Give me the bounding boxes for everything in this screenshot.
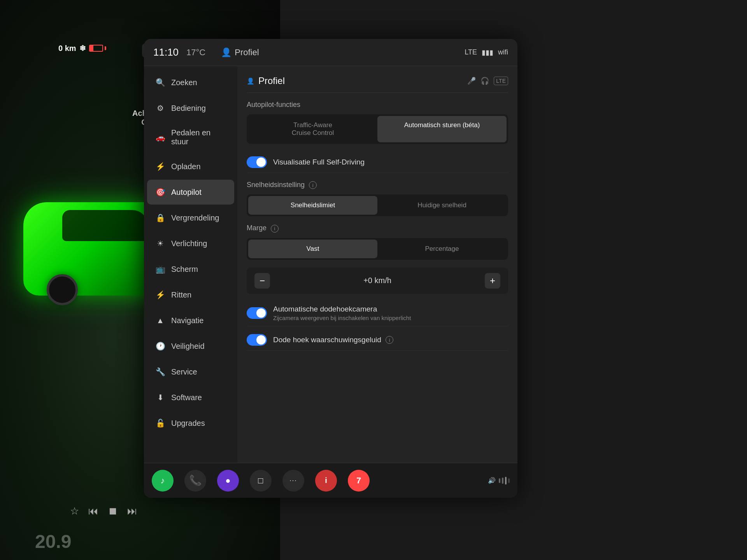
spotify-button[interactable]: ♪: [152, 470, 174, 492]
sidebar-label-upgrades: Upgrades: [171, 419, 205, 428]
taskbar: ♪ 📞 ● □ ··· i 7 🔊: [144, 463, 517, 498]
phone-button[interactable]: 📞: [184, 470, 206, 492]
dodehoekcamera-row: Automatische dodehoekcamera Zijcamera we…: [247, 300, 508, 326]
marge-label: Marge i: [247, 224, 508, 232]
sidebar-item-pedalen[interactable]: 🚗 Pedalen en stuur: [147, 121, 234, 153]
dodehoek-geluid-toggle[interactable]: [247, 334, 267, 346]
info-button[interactable]: i: [315, 470, 337, 492]
bottom-number: 20.9: [35, 531, 71, 552]
sidebar-label-vergrendeling: Vergrendeling: [171, 214, 219, 222]
autopilot-mode-selector: Traffic-AwareCruise Control Automatisch …: [247, 114, 508, 144]
sidebar-item-scherm[interactable]: 📺 Scherm: [147, 257, 234, 282]
marge-decrease-btn[interactable]: −: [254, 273, 270, 289]
sidebar-item-upgrades[interactable]: 🔓 Upgrades: [147, 411, 234, 436]
snelheid-info-icon[interactable]: i: [309, 181, 317, 189]
upgrades-icon: 🔓: [155, 418, 166, 429]
marge-value-control: − +0 km/h +: [247, 268, 508, 294]
navigation-icon: ▲: [155, 315, 166, 326]
volume-icon[interactable]: 🔊: [488, 477, 496, 484]
sidebar-item-ritten[interactable]: ⚡ Ritten: [147, 282, 234, 307]
speed-value: 0 km: [58, 44, 76, 53]
dodehoek-info-icon[interactable]: i: [386, 336, 393, 344]
huidige-snelheid-btn[interactable]: Huidige snelheid: [377, 196, 507, 215]
snelheid-selector: Snelheidslimiet Huidige snelheid: [247, 194, 508, 216]
car-window: [62, 210, 148, 241]
media-controls: ☆ ⏮ ⏹ ⏭: [70, 505, 137, 517]
temperature-display: 17°C: [186, 47, 205, 58]
frost-icon: ❄: [79, 44, 86, 53]
autopilot-icon: 🎯: [155, 187, 166, 198]
controls-icon: ⚙: [155, 103, 166, 114]
dodehoekcamera-sublabel: Zijcamera weergeven bij inschakelen van …: [273, 315, 411, 321]
trips-icon: ⚡: [155, 289, 166, 300]
voice-button[interactable]: ●: [217, 470, 239, 492]
wifi-icon: wifi: [498, 48, 508, 56]
favorite-button[interactable]: ☆: [70, 505, 79, 517]
car-wheel-left: [47, 274, 78, 305]
top-bar-right: LTE ▮▮▮ wifi: [465, 48, 508, 57]
panel-title-icon: 👤: [247, 77, 254, 85]
marge-value: +0 km/h: [276, 276, 479, 285]
sidebar-label-service: Service: [171, 368, 197, 376]
sidebar-label-pedalen: Pedalen en stuur: [171, 128, 226, 146]
time-display: 11:10: [153, 46, 179, 58]
sidebar-item-zoeken[interactable]: 🔍 Zoeken: [147, 70, 234, 95]
sidebar-item-bediening[interactable]: ⚙ Bediening: [147, 96, 234, 121]
sidebar-label-software: Software: [171, 393, 202, 402]
sidebar-item-navigatie[interactable]: ▲ Navigatie: [147, 308, 234, 333]
sidebar-label-verlichting: Verlichting: [171, 239, 207, 248]
right-panel: 👤 Profiel 🎤 🎧 LTE Autopilot-functies Tra…: [237, 66, 517, 463]
stop-button[interactable]: ⏹: [108, 505, 118, 517]
panel-title: Profiel: [258, 75, 285, 86]
sidebar-item-autopilot[interactable]: 🎯 Autopilot: [147, 180, 234, 205]
sidebar-label-bediening: Bediening: [171, 104, 206, 113]
dodehoekcamera-label: Automatische dodehoekcamera: [273, 305, 411, 313]
marge-increase-btn[interactable]: +: [485, 273, 500, 289]
top-bar: 11:10 17°C 👤 Profiel LTE ▮▮▮ wifi: [144, 39, 517, 66]
profile-button[interactable]: 👤 Profiel: [221, 47, 259, 58]
volume-bars: [499, 477, 510, 485]
previous-button[interactable]: ⏮: [88, 505, 98, 517]
sidebar-item-service[interactable]: 🔧 Service: [147, 359, 234, 384]
profile-label: Profiel: [235, 47, 259, 58]
apps-button[interactable]: ···: [282, 470, 304, 492]
sidebar-item-veiligheid[interactable]: 🕐 Veiligheid: [147, 334, 234, 359]
percentage-btn[interactable]: Percentage: [377, 240, 507, 258]
touchscreen: 11:10 17°C 👤 Profiel LTE ▮▮▮ wifi 🔍 Zoek…: [144, 39, 517, 498]
sidebar-item-opladen[interactable]: ⚡ Opladen: [147, 154, 234, 179]
headphone-icon: 🎧: [480, 77, 489, 85]
sidebar-label-veiligheid: Veiligheid: [171, 342, 205, 351]
next-button[interactable]: ⏭: [127, 505, 137, 517]
sidebar-item-vergrendeling[interactable]: 🔒 Vergrendeling: [147, 205, 234, 230]
sidebar-item-software[interactable]: ⬇ Software: [147, 385, 234, 410]
snelheidslimiet-btn[interactable]: Snelheidslimiet: [248, 196, 377, 215]
sidebar-label-ritten: Ritten: [171, 290, 191, 299]
service-icon: 🔧: [155, 366, 166, 377]
autopilot-functies-label: Autopilot-functies: [247, 101, 508, 109]
lte-badge: LTE: [494, 77, 508, 85]
vast-btn[interactable]: Vast: [248, 240, 377, 258]
marge-info-icon[interactable]: i: [271, 225, 279, 233]
autosteer-btn[interactable]: Automatisch sturen (béta): [377, 116, 507, 142]
speed-display: 0 km ❄: [58, 44, 106, 53]
dodehoekcamera-toggle[interactable]: [247, 307, 267, 319]
panel-header-icons: 🎤 🎧 LTE: [467, 77, 508, 85]
volume-control: 🔊: [488, 477, 510, 485]
lock-icon: 🔒: [155, 212, 166, 223]
sidebar-item-verlichting[interactable]: ☀ Verlichting: [147, 231, 234, 256]
camera-button[interactable]: □: [250, 470, 272, 492]
main-content: 🔍 Zoeken ⚙ Bediening 🚗 Pedalen en stuur …: [144, 66, 517, 463]
marge-selector: Vast Percentage: [247, 238, 508, 260]
sidebar-label-opladen: Opladen: [171, 162, 201, 171]
profile-icon: 👤: [221, 47, 231, 58]
snelheid-label: Snelheidsinstelling i: [247, 181, 508, 189]
lte-indicator: LTE: [465, 48, 477, 56]
charging-icon: ⚡: [155, 161, 166, 172]
traffic-aware-btn[interactable]: Traffic-AwareCruise Control: [248, 116, 377, 142]
search-icon: 🔍: [155, 77, 166, 88]
sidebar-label-scherm: Scherm: [171, 265, 198, 274]
fsd-toggle[interactable]: [247, 156, 267, 168]
signal-bars: ▮▮▮: [482, 48, 493, 57]
sidebar-label-autopilot: Autopilot: [171, 188, 202, 197]
calendar-button[interactable]: 7: [348, 470, 370, 492]
